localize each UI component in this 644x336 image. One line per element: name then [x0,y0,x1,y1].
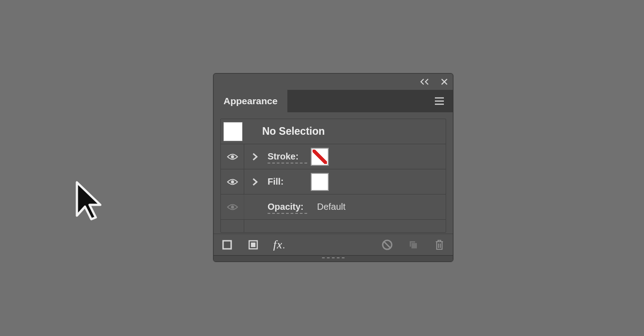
white-swatch-icon [312,174,328,190]
panel-titlebar [214,74,453,90]
opacity-spacer [244,195,266,219]
opacity-row[interactable]: Opacity: Default [221,195,446,220]
selection-thumbnail [224,122,242,141]
expand-fill-icon[interactable] [244,169,266,194]
selection-label: No Selection [262,125,325,137]
svg-point-1 [231,180,234,183]
panel-tabstrip: Appearance [214,90,453,112]
panel-resize-gripper[interactable] [214,255,453,261]
none-swatch-icon [312,149,328,165]
svg-point-2 [231,205,234,208]
duplicate-item-button[interactable] [405,237,421,253]
add-new-stroke-button[interactable] [219,237,235,253]
svg-rect-5 [251,243,255,247]
opacity-label: Opacity: [266,202,311,212]
panel-footer: fx. [214,234,453,255]
clear-appearance-button[interactable] [379,237,395,253]
fill-swatch[interactable] [311,173,329,191]
add-effect-button[interactable]: fx. [271,237,287,253]
tab-appearance[interactable]: Appearance [214,90,287,112]
svg-rect-7 [411,243,417,248]
gripper-icon [322,257,344,260]
tab-appearance-label: Appearance [224,96,277,106]
panel-menu-icon[interactable] [433,95,446,107]
fx-icon: fx. [273,238,286,252]
stroke-swatch[interactable] [311,148,329,166]
collapse-icon[interactable] [420,78,430,85]
visibility-toggle-fill[interactable] [221,169,244,194]
fill-row[interactable]: Fill: [221,169,446,195]
svg-rect-3 [223,241,231,249]
cursor-pointer-icon [74,181,104,221]
visibility-toggle-opacity[interactable] [221,195,244,219]
fill-label: Fill: [266,177,311,187]
appearance-panel: Appearance No Selection Stroke: [213,73,453,262]
delete-item-button[interactable] [431,237,447,253]
appearance-content: No Selection Stroke: [214,112,453,233]
appearance-list: No Selection Stroke: [220,119,446,233]
svg-point-0 [231,155,234,158]
visibility-toggle-stroke[interactable] [221,144,244,169]
blank-row [221,220,446,232]
close-icon[interactable] [440,78,448,86]
add-new-fill-button[interactable] [245,237,261,253]
selection-row[interactable]: No Selection [221,119,446,144]
expand-stroke-icon[interactable] [244,144,266,169]
stroke-label: Stroke: [266,151,311,162]
stroke-row[interactable]: Stroke: [221,144,446,169]
opacity-value[interactable]: Default [317,202,345,212]
